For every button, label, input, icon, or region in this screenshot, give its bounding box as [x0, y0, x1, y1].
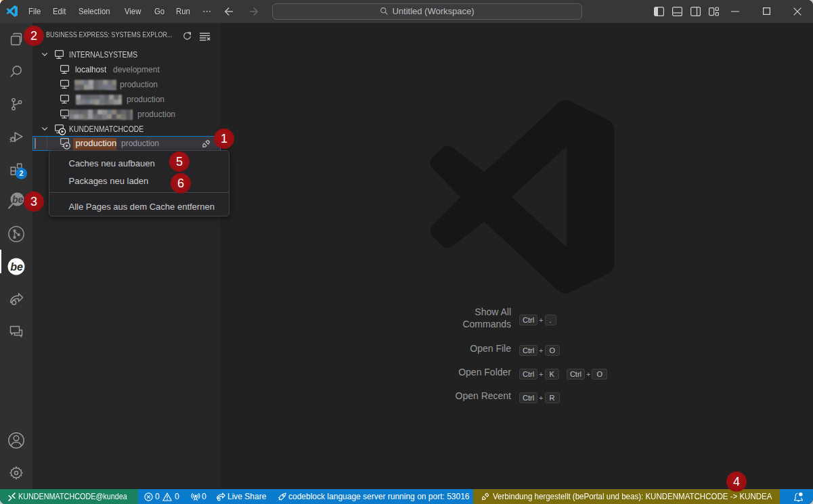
svg-text:be: be [10, 261, 23, 273]
svg-text:be: be [12, 194, 24, 205]
